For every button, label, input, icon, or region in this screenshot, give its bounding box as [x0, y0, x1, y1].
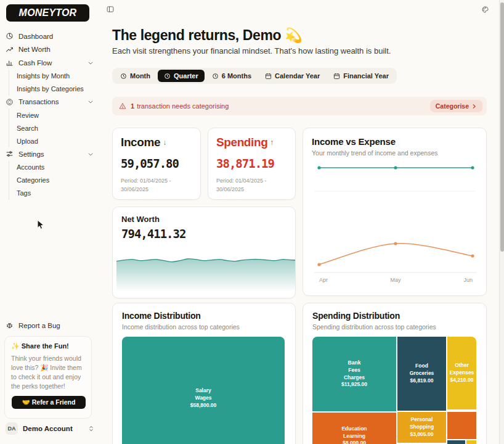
- spending-distribution-title: Spending Distribution: [312, 311, 477, 321]
- sidebar-item-categories[interactable]: Categories: [17, 174, 100, 187]
- alert-count: 1: [131, 102, 134, 110]
- sub-item-label: Review: [17, 112, 39, 119]
- income-card[interactable]: Income ↓ 59,057.80 Period: 01/04/2025 - …: [112, 128, 201, 200]
- tab-calendar-year[interactable]: Calendar Year: [259, 70, 326, 82]
- income-vs-expense-card: Income vs Expense Your monthly trend of …: [303, 128, 487, 296]
- sidebar-item-net-worth[interactable]: Net Worth: [0, 43, 100, 57]
- sub-item-label: Search: [17, 125, 38, 132]
- sidebar-item-label: Settings: [18, 150, 44, 158]
- tab-label: Month: [130, 72, 150, 80]
- treemap-block-label: Salary Wages $58,800.00: [190, 387, 217, 409]
- sidebar-item-review[interactable]: Review: [17, 109, 100, 121]
- clock-icon: [212, 73, 219, 80]
- treemap-block[interactable]: Food Groceries $6,819.00: [397, 337, 446, 411]
- refer-a-friend-button[interactable]: 🤝 Refer a Friend: [12, 396, 86, 409]
- sidebar-item-label: Dashboard: [18, 33, 53, 40]
- income-distribution-title: Income Distribution: [122, 311, 286, 321]
- treemap-block-label: Other Expenses $4,210.00: [450, 362, 474, 384]
- app-logo[interactable]: MONEYTOR: [6, 4, 89, 22]
- svg-text:Apr: Apr: [319, 277, 328, 283]
- sidebar-nav: Dashboard Net Worth Cash Flow Insights b…: [0, 30, 100, 200]
- treemap-block[interactable]: Personal Shopping $3,005.00: [397, 412, 446, 443]
- treemap-block[interactable]: [466, 440, 476, 444]
- report-a-bug-button[interactable]: Report a Bug: [6, 321, 60, 329]
- treemap-block[interactable]: [447, 440, 465, 444]
- spending-card[interactable]: Spending ↑ 38,871.19 Period: 01/04/2025 …: [208, 128, 296, 200]
- trend-icon: [6, 46, 14, 54]
- tab-label: Financial Year: [343, 72, 389, 80]
- income-vs-expense-title: Income vs Expense: [312, 136, 478, 147]
- categorise-button[interactable]: Categorise: [430, 100, 482, 112]
- treemap-block[interactable]: Salary Wages $58,800.00: [122, 337, 285, 444]
- net-worth-value: 794,411.32: [121, 227, 287, 240]
- sub-item-label: Upload: [17, 138, 38, 145]
- svg-text:May: May: [390, 277, 401, 283]
- sidebar-toggle-icon[interactable]: [107, 6, 114, 13]
- scrollbar-thumb[interactable]: [500, 2, 504, 252]
- calendar-icon: [265, 73, 272, 80]
- sub-item-label: Insights by Categories: [17, 85, 84, 92]
- sidebar-item-dashboard[interactable]: Dashboard: [0, 30, 100, 43]
- sidebar: MONEYTOR Dashboard Net Worth Cash Flow I…: [0, 0, 100, 444]
- net-worth-title: Net Worth: [121, 215, 287, 224]
- treemap-block-label: Education Learning $8,000.00: [341, 426, 367, 444]
- sidebar-item-label: Transactions: [18, 98, 59, 105]
- share-card-title: ✨ Share the Fun!: [11, 342, 85, 350]
- treemap-block-label: Food Groceries $6,819.00: [410, 363, 434, 385]
- spending-value: 38,871.19: [216, 157, 287, 170]
- tab-label: Quarter: [174, 72, 198, 80]
- warning-icon: [119, 102, 126, 110]
- sidebar-item-accounts[interactable]: Accounts: [17, 161, 100, 174]
- svg-text:Jun: Jun: [463, 277, 473, 283]
- sidebar-item-transactions[interactable]: Transactions: [0, 96, 100, 109]
- treemap-block[interactable]: Education Learning $8,000.00: [312, 413, 396, 444]
- tab-6-months[interactable]: 6 Months: [206, 70, 258, 82]
- sidebar-item-cash-flow[interactable]: Cash Flow: [0, 56, 100, 70]
- share-card-body: Think your friends would love this? 🎉 In…: [11, 354, 85, 391]
- account-switcher[interactable]: DA Demo Account: [6, 422, 94, 435]
- chevron-down-icon: [87, 151, 94, 157]
- income-distribution-card: Income Distribution Income distribution …: [112, 303, 296, 444]
- sliders-icon: [6, 150, 14, 158]
- categorise-button-label: Categorise: [436, 102, 469, 110]
- arrow-down-icon: ↓: [163, 138, 166, 147]
- avatar: DA: [6, 422, 18, 435]
- sidebar-item-label: Net Worth: [18, 46, 51, 53]
- settings-subgroup: Accounts Categories Tags: [9, 161, 100, 200]
- income-vs-expense-subtitle: Your monthly trend of income and expense…: [312, 149, 478, 157]
- treemap-block[interactable]: Bank Fees Charges $11,925.00: [312, 337, 396, 411]
- tab-financial-year[interactable]: Financial Year: [327, 70, 395, 82]
- income-period: Period: 01/04/2025 - 30/06/2025: [121, 177, 192, 194]
- treemap-block[interactable]: Other Expenses $4,210.00: [447, 337, 476, 409]
- net-worth-card[interactable]: Net Worth 794,411.32: [112, 207, 296, 298]
- sub-item-label: Categories: [17, 176, 49, 184]
- spending-period: Period: 01/04/2025 - 30/06/2025: [216, 177, 287, 194]
- income-card-title: Income ↓: [121, 136, 192, 149]
- treemap-block[interactable]: [447, 412, 476, 439]
- net-worth-sparkline-chart: [116, 253, 296, 295]
- treemap-block-label: Bank Fees Charges $11,925.00: [341, 360, 367, 389]
- spending-distribution-treemap: Bank Fees Charges $11,925.00Food Groceri…: [312, 337, 476, 444]
- cash-flow-subgroup: Insights by Month Insights by Categories: [9, 70, 100, 96]
- tab-label: Calendar Year: [275, 72, 320, 80]
- sidebar-item-upload[interactable]: Upload: [17, 134, 100, 147]
- tab-month[interactable]: Month: [114, 70, 156, 82]
- income-vs-expense-chart[interactable]: AprMayJun: [312, 163, 479, 284]
- income-distribution-treemap: Salary Wages $58,800.00: [122, 337, 285, 444]
- treemap-block-label: Personal Shopping $3,005.00: [410, 416, 434, 438]
- clock-icon: [164, 73, 171, 80]
- bars-icon: [6, 59, 14, 67]
- chevron-down-icon: [87, 99, 94, 105]
- sidebar-item-insights-by-categories[interactable]: Insights by Categories: [17, 83, 100, 96]
- sidebar-item-settings[interactable]: Settings: [0, 147, 100, 161]
- page-scrollbar[interactable]: [499, 0, 504, 444]
- tab-quarter[interactable]: Quarter: [158, 70, 205, 82]
- sidebar-item-tags[interactable]: Tags: [17, 187, 100, 200]
- sidebar-item-insights-by-month[interactable]: Insights by Month: [17, 70, 100, 83]
- theme-palette-icon[interactable]: [481, 6, 489, 14]
- share-card: ✨ Share the Fun! Think your friends woul…: [4, 336, 92, 419]
- dashboard-icon: [6, 32, 14, 40]
- sidebar-item-search[interactable]: Search: [17, 121, 100, 134]
- sidebar-item-label: Cash Flow: [18, 59, 52, 67]
- income-distribution-subtitle: Income distribution across top categorie…: [122, 323, 286, 331]
